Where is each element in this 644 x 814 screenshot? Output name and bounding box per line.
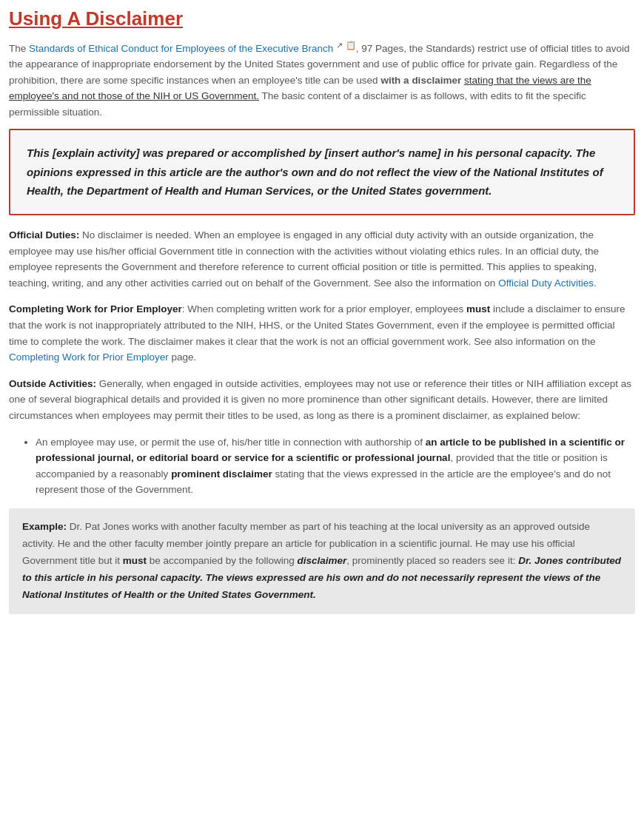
official-duties-end: . <box>594 278 597 289</box>
bullet-1-bold2: prominent disclaimer <box>171 468 272 480</box>
bullet-list-section: An employee may use, or permit the use o… <box>9 434 635 498</box>
completing-work-body1: : When completing written work for a pri… <box>182 303 466 314</box>
intro-bold: with a disclaimer <box>380 75 461 86</box>
official-duties-label: Official Duties: <box>9 229 79 240</box>
official-duties-section: Official Duties: No disclaimer is needed… <box>9 227 635 291</box>
completing-work-end: page. <box>169 352 197 363</box>
official-duty-link[interactable]: Official Duty Activities <box>498 278 594 289</box>
example-box: Example: Dr. Pat Jones works with anothe… <box>9 508 635 614</box>
example-must: must <box>123 555 147 566</box>
outside-activities-label: Outside Activities: <box>9 378 96 389</box>
disclaimer-template-text: This [explain activity] was prepared or … <box>27 144 617 201</box>
example-body2: be accompanied by the following <box>147 555 297 566</box>
completing-work-must: must <box>466 303 490 314</box>
standards-link[interactable]: Standards of Ethical Conduct for Employe… <box>29 43 333 54</box>
completing-work-label: Completing Work for Prior Employer <box>9 303 182 314</box>
example-body3: , prominently placed so readers see it: <box>346 555 518 566</box>
bullet-list: An employee may use, or permit the use o… <box>22 434 635 498</box>
example-label: Example: <box>22 521 67 532</box>
bullet-item-1: An employee may use, or permit the use o… <box>36 434 635 498</box>
example-disclaimer-word: disclaimer <box>297 555 346 566</box>
completing-work-section: Completing Work for Prior Employer: When… <box>9 301 635 365</box>
intro-text-1: The <box>9 43 29 54</box>
outside-activities-body: Generally, when engaged in outside activ… <box>9 378 631 421</box>
bullet-1-part1: An employee may use, or permit the use o… <box>36 437 426 448</box>
completing-work-link[interactable]: Completing Work for Prior Employer <box>9 352 169 363</box>
intro-paragraph: The Standards of Ethical Conduct for Emp… <box>9 38 635 120</box>
disclaimer-template-box: This [explain activity] was prepared or … <box>9 129 635 215</box>
outside-activities-section: Outside Activities: Generally, when enga… <box>9 376 635 424</box>
page-title: Using A Disclaimer <box>9 7 635 30</box>
